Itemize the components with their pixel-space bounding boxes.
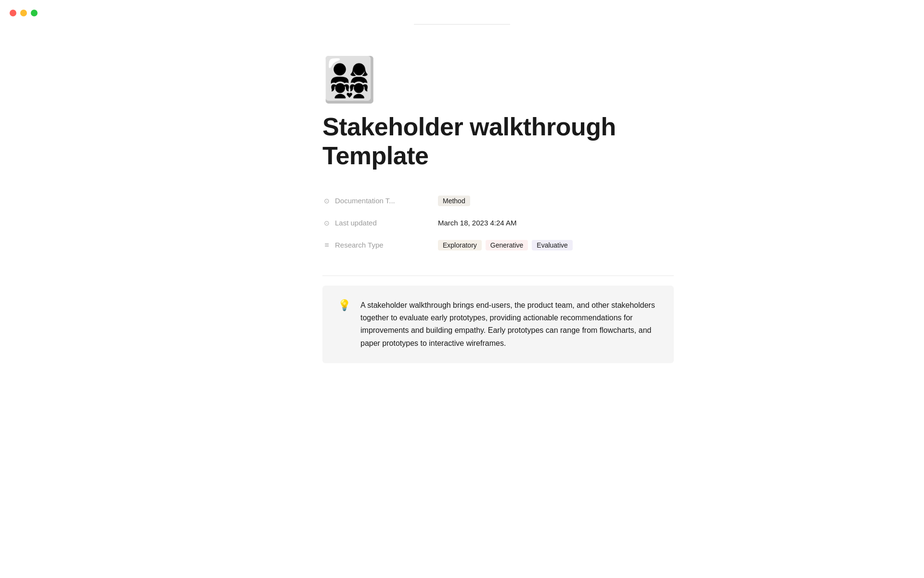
last-updated-property-row: Last updated March 18, 2023 4:24 AM <box>322 212 674 234</box>
properties-section: Documentation T... Method Last updated M… <box>322 190 674 256</box>
traffic-lights <box>10 10 38 16</box>
generative-tag[interactable]: Generative <box>486 240 528 250</box>
last-updated-label-text: Last updated <box>335 219 377 227</box>
callout-box: 💡 A stakeholder walkthrough brings end-u… <box>322 286 674 364</box>
exploratory-tag[interactable]: Exploratory <box>438 240 482 250</box>
method-tag[interactable]: Method <box>438 196 470 206</box>
list-icon <box>322 241 331 250</box>
last-updated-date: March 18, 2023 4:24 AM <box>438 219 516 227</box>
research-type-label[interactable]: Research Type <box>322 241 438 250</box>
top-divider <box>414 24 510 25</box>
research-type-tags: Exploratory Generative Evaluative <box>438 240 573 250</box>
page-title[interactable]: Stakeholder walkthrough Template <box>322 113 674 171</box>
documentation-label[interactable]: Documentation T... <box>322 197 438 205</box>
lightbulb-icon: 💡 <box>338 300 351 311</box>
section-divider <box>322 276 674 276</box>
maximize-button[interactable] <box>31 10 38 16</box>
last-updated-value: March 18, 2023 4:24 AM <box>438 219 516 227</box>
minimize-button[interactable] <box>20 10 27 16</box>
clock-icon-2 <box>322 219 331 227</box>
research-type-property-row: Research Type Exploratory Generative Eva… <box>322 234 674 256</box>
documentation-property-row: Documentation T... Method <box>322 190 674 212</box>
documentation-value: Method <box>438 196 470 206</box>
page-icon: 👨‍👩‍👧‍👧 <box>322 58 674 101</box>
callout-text: A stakeholder walkthrough brings end-use… <box>360 299 658 350</box>
documentation-label-text: Documentation T... <box>335 197 395 205</box>
close-button[interactable] <box>10 10 16 16</box>
evaluative-tag[interactable]: Evaluative <box>532 240 573 250</box>
research-type-label-text: Research Type <box>335 241 384 249</box>
main-content: 👨‍👩‍👧‍👧 Stakeholder walkthrough Template… <box>231 0 693 402</box>
last-updated-label[interactable]: Last updated <box>322 219 438 227</box>
clock-icon <box>322 197 331 205</box>
